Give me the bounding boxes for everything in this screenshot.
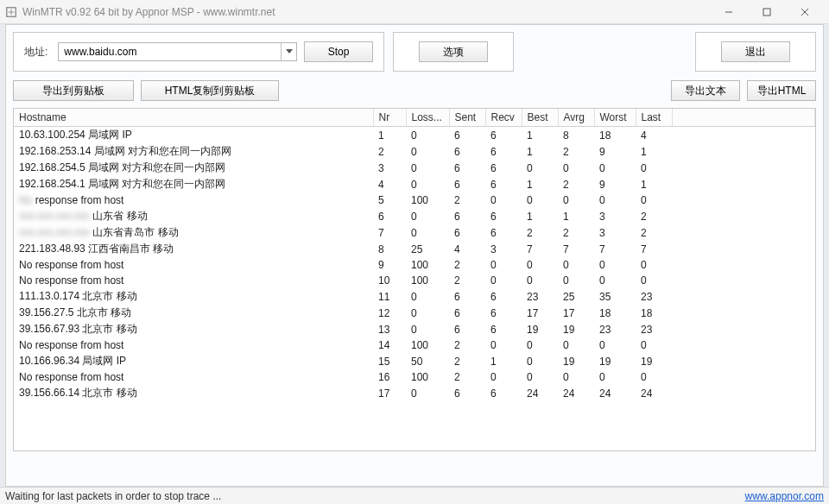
titlebar: WinMTR v0.92 64 bit by Appnor MSP - www.… — [0, 0, 829, 24]
table-row[interactable]: 10.63.100.254 局域网 IP106618184 — [14, 127, 815, 144]
table-row[interactable]: xxx.xxx.xxx.xxx 山东省青岛市 移动70662232 — [14, 224, 815, 241]
address-input[interactable] — [59, 43, 281, 60]
cell-avrg: 8 — [558, 127, 594, 144]
cell-sent: 6 — [449, 176, 485, 192]
maximize-button[interactable] — [748, 0, 786, 24]
cell-recv: 6 — [485, 143, 522, 160]
cell-avrg: 2 — [558, 176, 594, 192]
cell-nr: 3 — [373, 160, 406, 176]
table-row[interactable]: 192.168.253.14 局域网 对方和您在同一内部网20661291 — [14, 143, 815, 160]
address-combo[interactable] — [58, 42, 297, 61]
cell-avrg: 0 — [558, 337, 594, 353]
cell-best: 1 — [522, 143, 558, 160]
cell-recv: 6 — [485, 288, 522, 305]
cell-sent: 2 — [449, 257, 485, 273]
col-last[interactable]: Last — [636, 109, 672, 127]
col-nr[interactable]: Nr — [373, 109, 406, 127]
cell-loss: 100 — [406, 273, 449, 288]
export-text-button[interactable]: 导出文本 — [671, 80, 740, 101]
cell-sent: 2 — [449, 273, 485, 288]
cell-last: 23 — [636, 321, 672, 337]
cell-worst: 23 — [594, 321, 636, 337]
col-recv[interactable]: Recv — [485, 109, 522, 127]
cell-nr: 4 — [373, 176, 406, 192]
exit-panel: 退出 — [695, 32, 816, 72]
cell-recv: 3 — [485, 241, 522, 257]
export-clipboard-button[interactable]: 导出到剪贴板 — [13, 80, 134, 101]
cell-best: 0 — [522, 160, 558, 176]
table-row[interactable]: No response from host5100200000 — [14, 192, 815, 208]
cell-avrg: 1 — [558, 208, 594, 224]
table-header-row: Hostname Nr Loss... Sent Recv Best Avrg … — [14, 109, 815, 127]
table-row[interactable]: 39.156.27.5 北京市 移动1206617171818 — [14, 305, 815, 321]
cell-hostname: 192.168.254.1 局域网 对方和您在同一内部网 — [14, 176, 373, 192]
window-title: WinMTR v0.92 64 bit by Appnor MSP - www.… — [22, 6, 710, 18]
exit-button[interactable]: 退出 — [721, 41, 790, 62]
table-row[interactable]: 39.156.67.93 北京市 移动1306619192323 — [14, 321, 815, 337]
stop-button[interactable]: Stop — [304, 41, 373, 62]
cell-worst: 18 — [594, 127, 636, 144]
col-worst[interactable]: Worst — [594, 109, 636, 127]
table-row[interactable]: 111.13.0.174 北京市 移动1106623253523 — [14, 288, 815, 305]
cell-extra — [672, 369, 815, 385]
cell-extra — [672, 192, 815, 208]
cell-worst: 3 — [594, 224, 636, 241]
cell-extra — [672, 241, 815, 257]
table-row[interactable]: No response from host9100200000 — [14, 257, 815, 273]
cell-hostname: xxx.xxx.xxx.xxx 山东省 移动 — [14, 208, 373, 224]
client-area: 地址: Stop 选项 退出 导出到剪贴板 HTML复制到剪贴板 导出文本 导出… — [5, 24, 824, 487]
cell-best: 17 — [522, 305, 558, 321]
cell-extra — [672, 273, 815, 288]
cell-avrg: 0 — [558, 192, 594, 208]
table-row[interactable]: xxx.xxx.xxx.xxx 山东省 移动60661132 — [14, 208, 815, 224]
minimize-button[interactable] — [710, 0, 748, 24]
html-copy-clipboard-button[interactable]: HTML复制到剪贴板 — [141, 80, 279, 101]
cell-loss: 100 — [406, 369, 449, 385]
table-row[interactable]: 192.168.254.1 局域网 对方和您在同一内部网40661291 — [14, 176, 815, 192]
cell-hostname: No response from host — [14, 273, 373, 288]
table-row[interactable]: No response from host16100200000 — [14, 369, 815, 385]
col-best[interactable]: Best — [522, 109, 558, 127]
col-extra — [672, 109, 815, 127]
cell-avrg: 2 — [558, 143, 594, 160]
cell-extra — [672, 224, 815, 241]
cell-last: 0 — [636, 369, 672, 385]
table-row[interactable]: 221.183.48.93 江西省南昌市 移动825437777 — [14, 241, 815, 257]
cell-best: 23 — [522, 288, 558, 305]
cell-sent: 2 — [449, 369, 485, 385]
cell-worst: 0 — [594, 257, 636, 273]
cell-nr: 17 — [373, 385, 406, 401]
address-dropdown-button[interactable] — [281, 43, 296, 60]
options-button[interactable]: 选项 — [419, 41, 488, 62]
cell-hostname: No response from host — [14, 369, 373, 385]
close-button[interactable] — [786, 0, 824, 24]
results-table[interactable]: Hostname Nr Loss... Sent Recv Best Avrg … — [13, 108, 816, 451]
cell-best: 0 — [522, 337, 558, 353]
cell-nr: 13 — [373, 321, 406, 337]
table-row[interactable]: 192.168.254.5 局域网 对方和您在同一内部网30660000 — [14, 160, 815, 176]
cell-best: 7 — [522, 241, 558, 257]
export-html-button[interactable]: 导出HTML — [747, 80, 816, 101]
cell-best: 0 — [522, 257, 558, 273]
cell-recv: 6 — [485, 208, 522, 224]
table-row[interactable]: No response from host14100200000 — [14, 337, 815, 353]
col-sent[interactable]: Sent — [449, 109, 485, 127]
cell-recv: 6 — [485, 321, 522, 337]
appnor-link[interactable]: www.appnor.com — [745, 490, 824, 502]
table-row[interactable]: 10.166.96.34 局域网 IP1550210191919 — [14, 353, 815, 369]
cell-hostname: No response from host — [14, 337, 373, 353]
cell-loss: 0 — [406, 160, 449, 176]
col-loss[interactable]: Loss... — [406, 109, 449, 127]
cell-nr: 7 — [373, 224, 406, 241]
cell-avrg: 2 — [558, 224, 594, 241]
cell-hostname: xxx.xxx.xxx.xxx 山东省青岛市 移动 — [14, 224, 373, 241]
cell-recv: 0 — [485, 337, 522, 353]
col-hostname[interactable]: Hostname — [14, 109, 373, 127]
table-row[interactable]: 39.156.66.14 北京市 移动1706624242424 — [14, 385, 815, 401]
cell-sent: 6 — [449, 288, 485, 305]
cell-nr: 10 — [373, 273, 406, 288]
col-avrg[interactable]: Avrg — [558, 109, 594, 127]
table-row[interactable]: No response from host10100200000 — [14, 273, 815, 288]
cell-hostname: 221.183.48.93 江西省南昌市 移动 — [14, 241, 373, 257]
cell-best: 0 — [522, 192, 558, 208]
